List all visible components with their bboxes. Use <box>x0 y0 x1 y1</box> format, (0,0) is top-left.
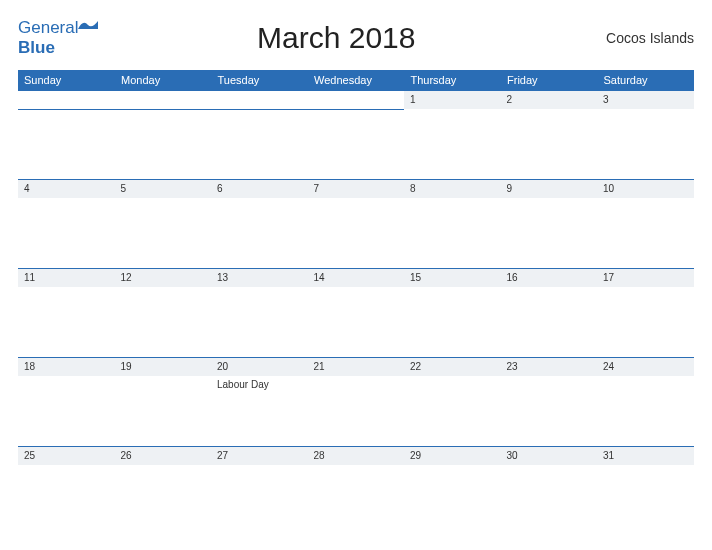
day-body <box>597 376 694 446</box>
day-body <box>18 198 115 268</box>
day-number: 20 <box>211 357 308 376</box>
weekday-header: Friday <box>501 70 598 90</box>
weekday-header: Thursday <box>404 70 501 90</box>
day-body <box>18 376 115 446</box>
day-number: 11 <box>18 268 115 287</box>
calendar-cell: 27 <box>211 446 308 535</box>
day-body <box>115 198 212 268</box>
day-number: 5 <box>115 179 212 198</box>
logo-text: General Blue <box>18 18 98 58</box>
day-body <box>308 109 405 179</box>
calendar-cell: 6 <box>211 179 308 268</box>
day-body <box>308 287 405 357</box>
day-body <box>501 287 598 357</box>
day-body <box>501 109 598 179</box>
day-number: 24 <box>597 357 694 376</box>
calendar-cell: 31 <box>597 446 694 535</box>
day-number: 7 <box>308 179 405 198</box>
day-body <box>597 198 694 268</box>
day-number <box>18 90 115 109</box>
day-number: 31 <box>597 446 694 465</box>
day-number: 6 <box>211 179 308 198</box>
weekday-header-row: Sunday Monday Tuesday Wednesday Thursday… <box>18 70 694 90</box>
day-body <box>211 287 308 357</box>
weekday-header: Monday <box>115 70 212 90</box>
day-body <box>597 287 694 357</box>
calendar-week-row: 25262728293031 <box>18 446 694 535</box>
calendar-cell: 21 <box>308 357 405 446</box>
day-number: 4 <box>18 179 115 198</box>
day-body <box>211 109 308 179</box>
day-body <box>404 198 501 268</box>
day-body <box>18 465 115 535</box>
day-number: 21 <box>308 357 405 376</box>
day-number: 19 <box>115 357 212 376</box>
calendar-cell: 25 <box>18 446 115 535</box>
header: General Blue March 2018 Cocos Islands <box>18 18 694 58</box>
calendar-week-row: 181920Labour Day21222324 <box>18 357 694 446</box>
calendar-cell: 5 <box>115 179 212 268</box>
calendar-cell <box>211 90 308 179</box>
calendar-cell: 3 <box>597 90 694 179</box>
day-number: 14 <box>308 268 405 287</box>
calendar-cell: 12 <box>115 268 212 357</box>
calendar-cell: 30 <box>501 446 598 535</box>
region-label: Cocos Islands <box>574 30 694 46</box>
calendar-cell <box>308 90 405 179</box>
calendar-cell: 7 <box>308 179 405 268</box>
day-number <box>115 90 212 109</box>
calendar-cell: 10 <box>597 179 694 268</box>
day-number: 9 <box>501 179 598 198</box>
day-body <box>501 376 598 446</box>
calendar-cell: 1 <box>404 90 501 179</box>
weekday-header: Saturday <box>597 70 694 90</box>
day-number: 18 <box>18 357 115 376</box>
calendar-cell: 14 <box>308 268 405 357</box>
page-title: March 2018 <box>98 21 574 55</box>
day-number <box>308 90 405 109</box>
day-body <box>501 198 598 268</box>
logo-word2: Blue <box>18 38 55 57</box>
day-number: 26 <box>115 446 212 465</box>
weekday-header: Tuesday <box>211 70 308 90</box>
calendar-cell <box>115 90 212 179</box>
day-body <box>18 109 115 179</box>
calendar-cell: 9 <box>501 179 598 268</box>
day-body <box>501 465 598 535</box>
calendar-cell: 8 <box>404 179 501 268</box>
calendar-cell: 20Labour Day <box>211 357 308 446</box>
day-number: 25 <box>18 446 115 465</box>
day-body <box>404 109 501 179</box>
logo-word1: General <box>18 18 78 37</box>
calendar-cell: 15 <box>404 268 501 357</box>
day-number: 1 <box>404 90 501 109</box>
day-body <box>211 465 308 535</box>
day-number: 29 <box>404 446 501 465</box>
day-number: 28 <box>308 446 405 465</box>
calendar-week-row: 11121314151617 <box>18 268 694 357</box>
calendar-cell: 22 <box>404 357 501 446</box>
calendar-cell: 24 <box>597 357 694 446</box>
day-body <box>115 287 212 357</box>
day-body <box>404 376 501 446</box>
day-number: 10 <box>597 179 694 198</box>
day-number: 23 <box>501 357 598 376</box>
calendar-cell: 16 <box>501 268 598 357</box>
calendar-week-row: 123 <box>18 90 694 179</box>
day-number: 15 <box>404 268 501 287</box>
weekday-header: Sunday <box>18 70 115 90</box>
day-number: 3 <box>597 90 694 109</box>
day-number: 22 <box>404 357 501 376</box>
day-number: 13 <box>211 268 308 287</box>
day-number: 16 <box>501 268 598 287</box>
day-body <box>597 465 694 535</box>
day-event: Labour Day <box>217 379 302 390</box>
day-number: 17 <box>597 268 694 287</box>
day-number <box>211 90 308 109</box>
calendar: Sunday Monday Tuesday Wednesday Thursday… <box>18 70 694 535</box>
logo: General Blue <box>18 18 98 58</box>
day-body <box>308 465 405 535</box>
day-body <box>404 287 501 357</box>
calendar-cell: 4 <box>18 179 115 268</box>
calendar-cell: 13 <box>211 268 308 357</box>
